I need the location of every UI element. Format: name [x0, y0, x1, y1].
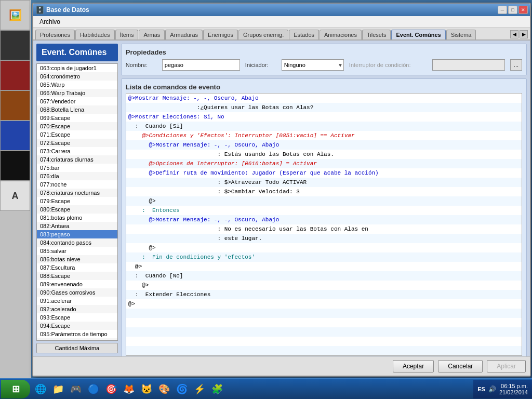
thumb-5 — [0, 121, 30, 151]
list-item[interactable]: 087:Escultura — [37, 263, 117, 272]
tab-items[interactable]: Ítems — [115, 30, 139, 39]
tab-grupos[interactable]: Grupos enemig. — [238, 30, 288, 39]
tab-armas[interactable]: Armas — [139, 30, 165, 39]
cmd-line — [126, 318, 522, 327]
list-item[interactable]: 073:Carrera — [37, 147, 117, 155]
list-item[interactable]: 095:Parámetros de tiempo — [37, 330, 117, 338]
taskbar-lang: ES — [477, 386, 485, 392]
event-list[interactable]: 063:copia de jugador1 064:cronómetro 065… — [36, 63, 118, 341]
list-item[interactable]: 090:Gases corrosivos — [37, 288, 117, 297]
list-item[interactable]: 064:cronómetro — [37, 72, 117, 81]
list-item[interactable]: 092:acelerado — [37, 305, 117, 313]
tab-sistema[interactable]: Sistema — [446, 30, 476, 39]
tab-profesiones[interactable]: Profesiones — [35, 30, 75, 39]
cmd-line: @> — [126, 299, 522, 309]
tab-habilidades[interactable]: Habilidades — [75, 30, 114, 39]
cmd-line: : Estás usando las Botas con Alas. — [126, 150, 522, 159]
panel-title: Event. Comúnes — [36, 44, 118, 61]
menu-archivo[interactable]: Archivo — [35, 17, 64, 26]
list-item[interactable]: 088:Escape — [37, 272, 117, 280]
taskbar-date: 21/02/2014 — [499, 389, 528, 395]
cmd-line: @>Mostrar Mensaje: -, -, Oscuro, Abajo — [126, 94, 522, 103]
list-item[interactable]: 080:Escape — [37, 205, 117, 214]
list-item[interactable]: 078:criaturas nocturnas — [37, 189, 117, 197]
list-item[interactable]: 072:Escape — [37, 139, 117, 147]
list-item[interactable]: 067:Vendedor — [37, 97, 117, 105]
list-item[interactable]: 076:día — [37, 172, 117, 180]
list-item[interactable]: 091:acelerar — [37, 297, 117, 305]
list-item[interactable]: 070:Escape — [37, 122, 117, 130]
apply-button[interactable]: Aplicar — [487, 360, 526, 373]
accept-button[interactable]: Aceptar — [393, 360, 434, 373]
taskbar-icon-chrome[interactable]: 🔵 — [85, 381, 102, 397]
taskbar-icon-app8[interactable]: 🧩 — [209, 381, 225, 397]
list-item[interactable]: 082:Antaea — [37, 222, 117, 230]
thumb-6 — [0, 151, 30, 181]
taskbar-icon-app2[interactable]: 🎯 — [103, 381, 119, 397]
cmd-line: @> — [126, 262, 522, 271]
cmd-line: @>Condiciones y 'Efectos': Interruptor [… — [126, 131, 522, 140]
cmd-line: @>Opciones de Interruptor: [0616:botas] … — [126, 159, 522, 168]
tab-event-comunes[interactable]: Event. Comúnes — [391, 30, 445, 39]
thumb-1: 🖼️ — [0, 0, 30, 30]
taskbar-icon-app6[interactable]: 🌀 — [174, 381, 190, 397]
list-item[interactable]: 063:copia de jugador1 — [37, 64, 117, 72]
max-quantity-button[interactable]: Cantidad Máxima — [36, 343, 118, 353]
tab-estados[interactable]: Estados — [289, 30, 319, 39]
list-item-selected[interactable]: 083:pegaso — [37, 230, 117, 238]
list-item[interactable]: 081:botas plomo — [37, 214, 117, 222]
tab-tilesets[interactable]: Tilesets — [362, 30, 391, 39]
list-item[interactable]: 075:bar — [37, 164, 117, 172]
list-item[interactable]: 074:criaturas diurnas — [37, 155, 117, 164]
cmd-line: @>Mostrar Mensaje: -, -, Oscuro, Abajo — [126, 215, 522, 224]
list-item[interactable]: 085:salvar — [37, 247, 117, 255]
cmd-line: : Extender Elecciones — [126, 290, 522, 299]
cmd-line: @> — [126, 281, 522, 290]
taskbar-clock: 06:15 p.m. — [499, 383, 528, 389]
list-item[interactable]: 086:botas nieve — [37, 255, 117, 263]
initiator-select[interactable]: Ninguno Acción Toca jugador Toca evento … — [282, 59, 344, 71]
commands-list[interactable]: @>Mostrar Mensaje: -, -, Oscuro, Abajo :… — [126, 93, 522, 356]
list-item[interactable]: 071:Escape — [37, 130, 117, 139]
cancel-button[interactable]: Cancelar — [438, 360, 483, 373]
list-item[interactable]: 093:Escape — [37, 313, 117, 322]
maximize-button[interactable]: □ — [508, 6, 517, 14]
condition-button[interactable]: ... — [510, 59, 522, 71]
taskbar-icon-app7[interactable]: ⚡ — [191, 381, 208, 397]
list-item[interactable]: 066:Warp Trabajo — [37, 89, 117, 97]
list-item[interactable]: 084:contando pasos — [37, 238, 117, 247]
main-window: 🗄️ Base de Datos ─ □ ✕ Archivo Profesion… — [32, 3, 531, 377]
tab-prev-button[interactable]: ◀ — [510, 30, 518, 38]
right-panel: Propiedades Nombre: Iniciador: Ninguno A… — [121, 44, 527, 353]
tab-animaciones[interactable]: Animaciones — [320, 30, 362, 39]
properties-row: Nombre: Iniciador: Ninguno Acción Toca j… — [126, 59, 522, 71]
list-item[interactable]: 077:noche — [37, 180, 117, 189]
taskbar-icon-app5[interactable]: 🎨 — [156, 381, 172, 397]
list-item[interactable]: 094:Escape — [37, 322, 117, 330]
taskbar-icons: 🌐 📁 🎮 🔵 🎯 🦊 🐱 🎨 🌀 ⚡ 🧩 — [32, 381, 473, 397]
list-item[interactable]: 069:Escape — [37, 114, 117, 122]
list-item[interactable]: 096:Animación a mostrar — [37, 338, 117, 341]
tab-armaduras[interactable]: Armaduras — [165, 30, 203, 39]
taskbar-icon-folder[interactable]: 📁 — [50, 381, 66, 397]
tab-next-button[interactable]: ▶ — [520, 30, 528, 38]
cmd-line — [126, 327, 522, 337]
taskbar-icon-app4[interactable]: 🐱 — [138, 381, 155, 397]
taskbar-icon-app3[interactable]: 🦊 — [121, 381, 137, 397]
list-item[interactable]: 089:envenenado — [37, 280, 117, 288]
minimize-button[interactable]: ─ — [498, 6, 507, 14]
tab-enemigos[interactable]: Enemigos — [203, 30, 238, 39]
tab-navigation: ◀ ▶ — [510, 30, 528, 39]
start-button[interactable]: ⊞ — [1, 380, 30, 398]
cmd-line: : este lugar. — [126, 234, 522, 243]
close-button[interactable]: ✕ — [518, 6, 528, 14]
cmd-line: : $>Atravezar Todo ACTIVAR — [126, 178, 522, 187]
taskbar-icon-app1[interactable]: 🎮 — [68, 381, 84, 397]
list-item[interactable]: 065:Warp — [37, 81, 117, 89]
list-item[interactable]: 068:Botella Llena — [37, 105, 117, 114]
tray-icon-sound[interactable]: 🔊 — [488, 385, 496, 393]
list-item[interactable]: 079:Escape — [37, 197, 117, 205]
name-input[interactable] — [162, 59, 240, 71]
condition-label: Interruptor de condición: — [349, 62, 427, 68]
taskbar-icon-ie[interactable]: 🌐 — [32, 381, 49, 397]
